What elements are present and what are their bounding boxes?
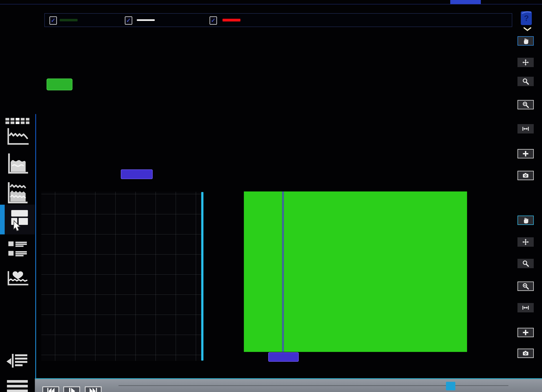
threshold-badge[interactable] [47, 79, 72, 90]
svg-text:?: ? [524, 14, 529, 23]
dashboard-cursor-icon [8, 208, 31, 231]
app-root: ? [0, 0, 542, 392]
fit-width-button-top[interactable] [517, 124, 534, 134]
checkbox-time-over[interactable] [49, 16, 57, 25]
camera-icon [522, 349, 530, 357]
zoom-out-button-bottom[interactable] [517, 282, 534, 291]
waves-chart-icon [5, 181, 29, 205]
window-top-accent [450, 0, 481, 4]
add-button-bottom[interactable] [517, 328, 534, 337]
camera-icon [522, 172, 530, 179]
profile-scrollbar[interactable] [201, 192, 204, 361]
checkbox-current-temp[interactable] [125, 16, 132, 25]
fit-width-icon [522, 125, 530, 133]
checkbox-maximal-temp[interactable] [210, 16, 217, 25]
chevron-down-icon[interactable] [524, 27, 531, 32]
play-pause-icon [67, 387, 76, 392]
thermal-waterfall-heatmap[interactable] [244, 191, 467, 352]
skip-start-icon [46, 387, 55, 392]
sidebar-item-multi-trace-view[interactable] [0, 117, 35, 146]
move-icon [522, 59, 530, 66]
zoom-in-button-bottom[interactable] [517, 259, 534, 268]
zoom-out-icon [522, 101, 530, 108]
skip-end-icon [89, 387, 98, 392]
zoom-in-icon [522, 260, 530, 267]
plus-icon [522, 150, 530, 158]
white-line-swatch [137, 19, 155, 21]
heart-chart-icon [5, 267, 30, 288]
fit-width-button-bottom[interactable] [517, 303, 534, 312]
add-button-top[interactable] [517, 149, 534, 158]
distance-temperature-chart[interactable] [70, 30, 497, 169]
sidebar-item-menu[interactable] [0, 380, 35, 392]
selection-bar [0, 205, 5, 234]
sidebar-item-waves-chart-view[interactable] [0, 181, 35, 205]
zoom-in-icon [522, 78, 530, 85]
move-button-bottom[interactable] [517, 237, 534, 247]
sidebar-item-area-chart-view[interactable] [0, 151, 35, 176]
top-chart-cursor-badge[interactable] [121, 169, 153, 179]
temperature-profile-chart[interactable] [41, 192, 201, 361]
timeline-thumb[interactable] [446, 382, 455, 390]
area-chart-icon [5, 151, 29, 176]
green-area-swatch [60, 19, 78, 21]
legend [44, 13, 512, 27]
heatmap-cursor-badge[interactable] [268, 352, 299, 362]
pan-button-bottom[interactable] [517, 215, 534, 225]
move-icon [522, 238, 530, 246]
red-line-swatch [222, 19, 240, 21]
multi-trace-icon [5, 117, 30, 146]
zoom-out-button-top[interactable] [517, 100, 534, 109]
skip-to-start-button[interactable] [43, 387, 59, 392]
help-book-icon[interactable]: ? [520, 11, 532, 26]
sidebar-divider [35, 114, 36, 378]
hand-icon [522, 37, 530, 45]
sidebar-item-event-log-view[interactable] [0, 351, 35, 371]
zoom-out-icon [522, 282, 530, 290]
event-log-icon [5, 351, 29, 371]
snapshot-button-top[interactable] [517, 171, 534, 180]
hamburger-icon [5, 380, 29, 392]
fit-width-icon [522, 304, 530, 311]
temperature-color-scale [474, 195, 481, 349]
skip-to-end-button[interactable] [85, 387, 102, 392]
hand-icon [522, 216, 530, 224]
sidebar-item-detail-list-view[interactable] [0, 240, 35, 259]
heatmap-cursor-line[interactable] [282, 191, 283, 352]
move-button-top[interactable] [517, 58, 534, 67]
playback-bar [35, 378, 542, 392]
plus-icon [522, 329, 530, 336]
snapshot-button-bottom[interactable] [517, 349, 534, 358]
sidebar-item-health-chart-view[interactable] [0, 267, 35, 288]
pan-button-top[interactable] [517, 36, 534, 46]
sidebar-item-dashboard-view[interactable] [0, 205, 35, 234]
zoom-in-button-top[interactable] [517, 77, 534, 86]
play-pause-button[interactable] [63, 387, 80, 392]
detail-list-icon [5, 240, 29, 259]
